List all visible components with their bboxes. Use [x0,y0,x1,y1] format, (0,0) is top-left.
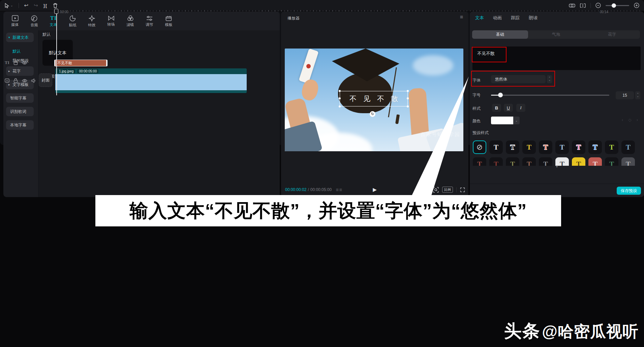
sidebar-item-lyrics-recognition[interactable]: 识别歌词 [6,107,34,116]
aspect-ratio-button[interactable]: 比例 [442,187,453,193]
sidebar-item-auto-captions[interactable]: 智能字幕 [6,93,34,103]
timeline-text-clip[interactable]: 不见不散 [54,60,108,66]
preset-letter: T [626,143,631,152]
selection-handle[interactable] [407,105,409,107]
cover-button[interactable]: 封面 [39,73,52,87]
save-preset-button[interactable]: 保存预设 [617,187,641,195]
preset-letter: T [609,143,614,152]
tab-tracking[interactable]: 跟踪 [511,15,520,21]
tab-transitions[interactable]: 转场 [101,13,121,29]
preset-style-tile[interactable] [473,140,486,154]
tab-label: 滤镜 [127,22,134,27]
sidebar-item-label: 花字 [12,68,21,74]
eye-icon[interactable] [22,79,27,83]
stepper-down-icon: ⌄ [637,95,639,97]
preview-canvas[interactable]: 不见不散 ↻ 百家号蜗牛学园 [285,49,463,151]
selection-handle[interactable] [339,105,341,107]
tab-effects[interactable]: 特效 [82,13,101,29]
tab-sticker[interactable]: 贴纸 [63,13,82,29]
playhead-head[interactable] [54,9,58,14]
chevron-down-icon: ⌄ [10,4,13,7]
subtab-fancy[interactable]: 花字 [584,30,640,39]
timecode-separator: / [308,187,309,192]
tab-animation[interactable]: 动画 [493,15,502,21]
text-track-icon: TI [5,60,9,65]
timeline-zoom-thumb[interactable] [612,3,616,8]
selection-handle[interactable] [407,90,409,92]
preset-letter: T [510,143,515,152]
selection-handle[interactable] [339,97,341,99]
preset-letter: T [593,143,597,152]
preset-style-tile[interactable]: T [605,140,618,154]
italic-button[interactable]: I [516,104,525,112]
speaker-icon[interactable] [31,78,36,83]
transitions-icon [108,15,115,21]
timeline-video-clip[interactable]: 1.jpg.jpeg 00:00:05:00 [55,68,247,93]
preset-style-tile[interactable]: T [572,140,585,154]
text-library-sidebar: ▾ 新建文本 默认 我的预设 ▸ 花字 ▸ 文字模板 智能字幕 识别歌词 本地字… [3,30,38,197]
play-button[interactable]: ▶ [373,187,377,193]
preview-zoom-icon[interactable] [433,187,439,193]
undo-icon[interactable]: ↩ [24,2,29,8]
selection-handle[interactable] [339,90,341,92]
cover-label: 封面 [41,77,50,83]
timeline-ruler[interactable]: 00:00 00:14 [51,9,640,15]
collapse-grid-icon[interactable]: ▾ [470,165,644,168]
tab-filters[interactable]: 滤镜 [121,13,140,29]
color-chevron-icon[interactable]: ⌄ [513,117,520,124]
preset-style-tile[interactable]: T [555,140,569,154]
lock-icon[interactable] [13,78,18,83]
subtab-bubble[interactable]: 气泡 [528,30,584,39]
preset-style-tile[interactable]: T [539,140,552,154]
sidebar-item-local-captions[interactable]: 本地字幕 [6,120,34,130]
size-slider[interactable] [491,95,609,96]
preset-style-tile[interactable]: T [522,140,536,154]
rotate-handle-icon[interactable]: ↻ [370,111,375,117]
photo-watermark: 百家号蜗牛学园 [420,131,460,138]
zoom-in-icon[interactable] [634,3,639,8]
playhead[interactable] [56,9,57,95]
fullscreen-icon[interactable] [460,187,465,192]
tab-adjust[interactable]: 调节 [140,13,159,29]
preset-style-tile[interactable]: T [506,140,519,154]
zoom-out-icon[interactable] [595,3,601,8]
tab-audio[interactable]: 音频 [25,13,44,29]
tutorial-caption-text: 输入文本“不见不散”，并设置“字体”为“悠然体” [130,198,527,223]
sidebar-item-default[interactable]: 默认 [6,46,34,56]
preset-style-tile[interactable]: T [489,140,503,154]
media-library-panel: 媒体 音频 TI 文本 贴纸 特效 转场 滤镜 调节 [3,11,280,197]
split-icon[interactable]: ][ [43,3,48,8]
link-clips-icon[interactable] [569,4,575,7]
cursor-icon [5,3,9,8]
redo-icon[interactable]: ↪ [34,2,38,8]
lock-icon[interactable] [13,60,18,65]
size-value[interactable]: 15 [616,91,634,99]
preset-style-tile[interactable]: T [621,140,635,154]
timeline-zoom-slider[interactable] [606,5,629,6]
delete-icon[interactable] [53,3,58,8]
size-slider-thumb[interactable] [498,93,503,97]
underline-button[interactable]: U [504,104,513,112]
size-stepper[interactable]: ⌃ ⌄ [635,91,640,99]
select-tool[interactable]: ⌄ [5,3,13,8]
eye-icon[interactable] [22,61,27,65]
color-swatch[interactable] [491,117,513,124]
subtab-basic[interactable]: 基础 [472,30,528,39]
tab-templates[interactable]: 模板 [159,13,178,29]
clip-filename: 1.jpg.jpeg [57,69,75,73]
text-selection-box[interactable]: 不见不散 [340,91,408,106]
watermark-handle: @哈密瓜视听 [542,322,639,340]
tab-read-aloud[interactable]: 朗读 [529,15,538,21]
selection-handle[interactable] [407,97,409,99]
snap-icon[interactable] [580,3,586,8]
presets-label: 预设样式 [472,130,489,136]
tab-text[interactable]: 文本 [475,15,484,21]
sidebar-item-new-text[interactable]: ▾ 新建文本 [6,33,34,42]
style-label: 样式 [472,106,481,112]
sidebar-item-fancy-text[interactable]: ▸ 花字 [6,66,34,76]
sidebar-item-label: 智能字幕 [10,95,26,101]
tab-text[interactable]: TI 文本 [44,13,63,29]
tab-media[interactable]: 媒体 [5,13,25,29]
preset-style-tile[interactable]: T [588,140,602,154]
bold-button[interactable]: B [492,104,501,112]
